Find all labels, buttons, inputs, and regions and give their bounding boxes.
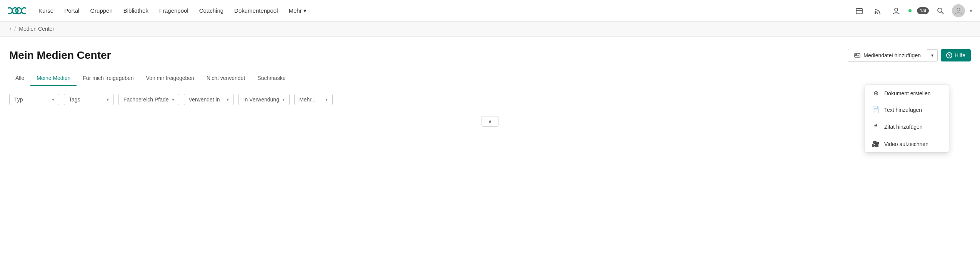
filter-tags[interactable]: Tags ▾ [64,94,114,105]
filter-fachbereich-label: Fachbereich Pfade [123,96,169,103]
breadcrumb-current: Medien Center [19,26,54,32]
feed-icon-button[interactable] [871,4,885,18]
help-label: Hilfe [955,52,965,58]
user-icon-button[interactable] [889,4,903,18]
help-button[interactable]: ? Hilfe [941,49,971,61]
nav-item-dokumentenpool[interactable]: Dokumentenpool [230,5,282,16]
svg-point-8 [957,8,960,11]
nav-item-fragenpool[interactable]: Fragenpool [155,5,193,16]
filter-typ-arrow: ▾ [52,97,54,102]
session-count-badge[interactable]: 1/4 [917,7,929,14]
tab-von-mir-freigegeben[interactable]: Von mir freigegeben [140,71,200,86]
avatar[interactable] [952,4,965,17]
filter-verwendet-in[interactable]: Verwendet in ▾ [184,94,234,105]
dropdown-item-dokument-label: Dokument erstellen [884,90,931,96]
svg-point-5 [895,8,898,11]
calendar-icon-button[interactable] [852,4,866,18]
filter-typ-label: Typ [14,96,23,103]
nav-item-bibliothek[interactable]: Bibliothek [119,5,153,16]
filter-in-verwendung-label: In Verwendung [243,96,279,103]
filter-typ[interactable]: Typ ▾ [9,94,59,105]
filter-fachbereich-pfade[interactable]: Fachbereich Pfade ▾ [118,94,179,105]
tab-fuer-mich-freigegeben[interactable]: Für mich freigegeben [77,71,140,86]
tab-meine-medien[interactable]: Meine Medien [30,71,77,86]
dropdown-item-dokument-erstellen[interactable]: ⊕ Dokument erstellen [865,85,949,101]
scroll-top-button[interactable]: ∧ [482,116,498,127]
page-title: Mein Medien Center [9,49,111,61]
main-content: Mein Medien Center Mediendatei hinzufüge… [0,37,980,105]
dropdown-item-zitat-hinzufuegen[interactable]: ❝ Zitat hinzufügen [865,118,949,127]
dropdown-item-text-label: Text hinzufügen [884,107,922,113]
filter-more-arrow: ▾ [325,97,328,102]
filter-more[interactable]: Mehr... ▾ [294,94,333,105]
status-indicator [908,8,912,13]
breadcrumb-separator: / [14,26,16,32]
filter-more-label: Mehr... [299,96,316,103]
chevron-down-icon: ▾ [303,7,307,14]
quote-icon: ❝ [872,123,880,127]
tab-suchmaske[interactable]: Suchmaske [251,71,292,86]
document-icon: 📄 [872,106,880,113]
nav-item-portal[interactable]: Portal [60,5,84,16]
image-icon [854,52,860,58]
filter-fachbereich-arrow: ▾ [172,97,174,102]
svg-line-7 [942,12,943,14]
breadcrumb: ‹ / Medien Center [0,22,980,37]
nav-item-gruppen[interactable]: Gruppen [85,5,117,16]
add-media-button[interactable]: Mediendatei hinzufügen [848,49,927,62]
filters-row: Typ ▾ Tags ▾ Fachbereich Pfade ▾ Verwend… [9,94,971,105]
add-media-label: Mediendatei hinzufügen [863,52,921,58]
filter-tags-label: Tags [69,96,80,103]
filter-in-verwendung[interactable]: In Verwendung ▾ [238,94,290,105]
nav-item-mehr[interactable]: Mehr ▾ [284,5,311,17]
help-circle-icon: ? [946,52,952,58]
tab-alle[interactable]: Alle [9,71,30,86]
filter-verwendet-in-arrow: ▾ [227,97,229,102]
filter-tags-arrow: ▾ [107,97,109,102]
dropdown-item-zitat-label: Zitat hinzufügen [884,124,923,127]
topnav-right: 1/4 ▾ [852,4,972,18]
logo[interactable] [8,5,26,17]
header-actions: Mediendatei hinzufügen ▾ ? Hilfe [848,49,971,62]
search-icon-button[interactable] [933,4,947,18]
dropdown-item-text-hinzufuegen[interactable]: 📄 Text hinzufügen [865,101,949,118]
nav-item-kurse[interactable]: Kurse [34,5,58,16]
chevron-up-icon: ∧ [488,118,492,125]
avatar-dropdown-icon[interactable]: ▾ [970,8,972,14]
breadcrumb-back-button[interactable]: ‹ [9,25,11,32]
svg-point-6 [938,8,942,12]
svg-point-4 [875,12,876,13]
tabs-bar: Alle Meine Medien Für mich freigegeben V… [9,71,971,86]
nav-item-mehr-label: Mehr [289,7,302,14]
add-media-dropdown-button[interactable]: ▾ [927,49,938,61]
page-header: Mein Medien Center Mediendatei hinzufüge… [9,49,971,62]
plus-circle-icon: ⊕ [872,90,880,97]
svg-rect-0 [856,8,862,14]
nav-item-coaching[interactable]: Coaching [195,5,228,16]
filter-verwendet-in-label: Verwendet in [189,96,220,103]
top-navigation: Kurse Portal Gruppen Bibliothek Fragenpo… [0,0,980,22]
dropdown-menu: ⊕ Dokument erstellen 📄 Text hinzufügen ❝… [865,85,949,127]
filter-in-verwendung-arrow: ▾ [282,97,285,102]
tab-nicht-verwendet[interactable]: Nicht verwendet [200,71,251,86]
bottom-bar: ∧ [0,110,980,127]
